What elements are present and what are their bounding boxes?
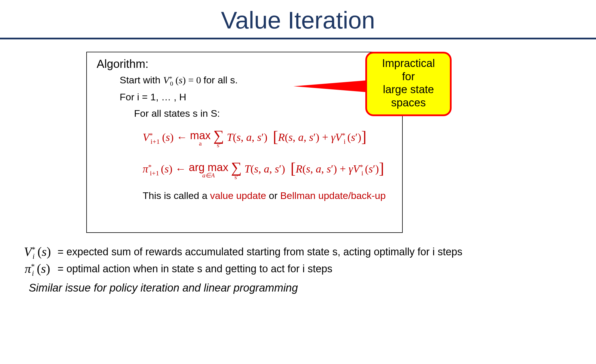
start-suffix: for all s.	[204, 74, 238, 85]
def-pi-text: = optimal action when in state s and get…	[58, 263, 333, 275]
callout-line2: large state spaces	[375, 83, 442, 109]
note-red2: Bellman update/back-up	[280, 190, 386, 201]
max-label: max	[190, 130, 211, 141]
def-pi-symbol: π*i(s)	[20, 261, 55, 276]
title-underline	[0, 38, 596, 39]
def-v-text: = expected sum of rewards accumulated st…	[58, 246, 463, 258]
def-pi-row: π*i(s) = optimal action when in state s …	[20, 261, 463, 276]
start-prefix: Start with	[120, 74, 163, 85]
callout-box: Impractical for large state spaces	[365, 52, 452, 116]
callout-line1: Impractical for	[375, 57, 442, 83]
argmax-op: arg max a∈A	[189, 162, 228, 179]
algo-note: This is called a value update or Bellman…	[143, 190, 392, 201]
sum-symbol: ∑	[213, 128, 224, 143]
sum-op-2: ∑ s′	[231, 160, 242, 180]
note-red1: value update	[210, 190, 266, 201]
argmax-label: arg max	[189, 162, 228, 173]
def-v-symbol: V*i(s)	[20, 244, 55, 259]
note-mid: or	[266, 190, 280, 201]
arrow-1: ←	[176, 131, 190, 143]
def-v-row: V*i(s) = expected sum of rewards accumul…	[20, 244, 463, 259]
start-math: V*0(s) = 0	[163, 75, 203, 85]
slide: Value Iteration Algorithm: Start with V*…	[0, 0, 596, 364]
sum-op-1: ∑ s′	[213, 128, 224, 148]
max-op: max a	[190, 130, 211, 147]
callout: Impractical for large state spaces	[296, 52, 443, 116]
slide-title: Value Iteration	[0, 0, 596, 38]
definitions: V*i(s) = expected sum of rewards accumul…	[20, 244, 463, 294]
note-prefix: This is called a	[143, 190, 210, 201]
footer-note: Similar issue for policy iteration and l…	[29, 282, 463, 294]
value-update-equation: V*i+1(s) ← max a ∑ s′ T(s, a, s′) [R(s, …	[143, 127, 392, 148]
arrow-2: ←	[175, 163, 189, 175]
policy-update-equation: π*i+1(s) ← arg max a∈A ∑ s′ T(s, a, s′) …	[143, 158, 392, 180]
sum-symbol-2: ∑	[231, 160, 242, 175]
